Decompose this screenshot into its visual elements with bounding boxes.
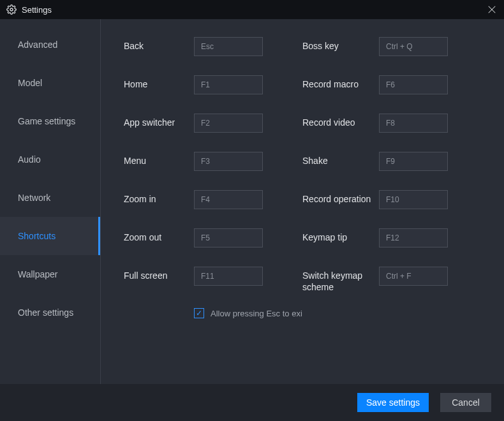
shortcut-input-full-screen[interactable]: [194, 267, 263, 286]
close-button[interactable]: [485, 3, 499, 17]
shortcut-input-back[interactable]: [194, 37, 263, 56]
shortcut-input-zoom-in[interactable]: [194, 190, 263, 209]
svg-point-0: [10, 8, 13, 11]
shortcut-input-record-operation[interactable]: [379, 190, 448, 209]
sidebar-item-label: Network: [18, 193, 50, 203]
shortcut-input-record-macro[interactable]: [379, 75, 448, 94]
shortcut-input-menu[interactable]: [194, 152, 263, 171]
shortcut-input-app-switcher[interactable]: [194, 114, 263, 133]
shortcut-label-record-operation: Record operation: [302, 190, 379, 205]
shortcut-label-record-video: Record video: [302, 114, 379, 129]
shortcut-label-full-screen: Full screen: [124, 267, 194, 282]
shortcut-input-keymap-tip[interactable]: [379, 228, 448, 247]
sidebar-item-label: Audio: [18, 154, 41, 165]
shortcut-label-record-macro: Record macro: [302, 75, 379, 91]
sidebar-item-label: Game settings: [18, 116, 75, 126]
shortcut-input-home[interactable]: [194, 75, 263, 94]
sidebar-item-label: Wallpaper: [18, 269, 58, 279]
sidebar-item-shortcuts[interactable]: Shortcuts: [0, 217, 100, 255]
allow-esc-label: Allow pressing Esc to exi: [211, 309, 302, 318]
cancel-button[interactable]: Cancel: [440, 393, 491, 412]
shortcut-input-shake[interactable]: [379, 152, 448, 171]
shortcut-label-menu: Menu: [124, 152, 194, 167]
settings-gear-icon: [6, 4, 17, 15]
sidebar-item-model[interactable]: Model: [0, 64, 100, 102]
allow-esc-row: ✓Allow pressing Esc to exi: [194, 308, 449, 318]
sidebar-item-wallpaper[interactable]: Wallpaper: [0, 255, 100, 293]
sidebar-item-label: Other settings: [18, 307, 73, 318]
shortcut-label-keymap-tip: Keymap tip: [302, 228, 379, 244]
shortcut-label-app-switcher: App switcher: [124, 114, 194, 129]
shortcut-input-zoom-out[interactable]: [194, 228, 263, 247]
sidebar-item-network[interactable]: Network: [0, 179, 100, 217]
sidebar-item-label: Shortcuts: [18, 231, 56, 241]
titlebar: Settings: [0, 0, 504, 19]
sidebar-item-label: Model: [18, 78, 42, 88]
shortcut-label-back: Back: [124, 37, 194, 52]
shortcut-label-shake: Shake: [302, 152, 379, 167]
sidebar-item-other-settings[interactable]: Other settings: [0, 293, 100, 332]
sidebar-item-advanced[interactable]: Advanced: [0, 26, 100, 64]
save-settings-button[interactable]: Save settings: [357, 393, 429, 412]
window-title: Settings: [22, 5, 52, 15]
sidebar-item-audio[interactable]: Audio: [0, 140, 100, 179]
shortcut-input-switch-keymap-scheme[interactable]: [379, 267, 448, 286]
allow-esc-checkbox[interactable]: ✓: [194, 308, 204, 318]
shortcut-label-zoom-out: Zoom out: [124, 228, 194, 244]
shortcut-label-zoom-in: Zoom in: [124, 190, 194, 205]
sidebar-item-label: Advanced: [18, 40, 57, 50]
shortcut-input-boss-key[interactable]: [379, 37, 448, 56]
content-shortcuts: BackBoss keyHomeRecord macroApp switcher…: [101, 19, 504, 384]
sidebar-item-game-settings[interactable]: Game settings: [0, 102, 100, 140]
shortcut-label-switch-keymap-scheme: Switch keymap scheme: [302, 267, 379, 293]
shortcut-label-home: Home: [124, 75, 194, 91]
sidebar: AdvancedModelGame settingsAudioNetworkSh…: [0, 19, 101, 384]
body: AdvancedModelGame settingsAudioNetworkSh…: [0, 19, 504, 384]
shortcut-label-boss-key: Boss key: [302, 37, 379, 52]
shortcut-input-record-video[interactable]: [379, 114, 448, 133]
footer: Save settings Cancel: [0, 384, 504, 421]
